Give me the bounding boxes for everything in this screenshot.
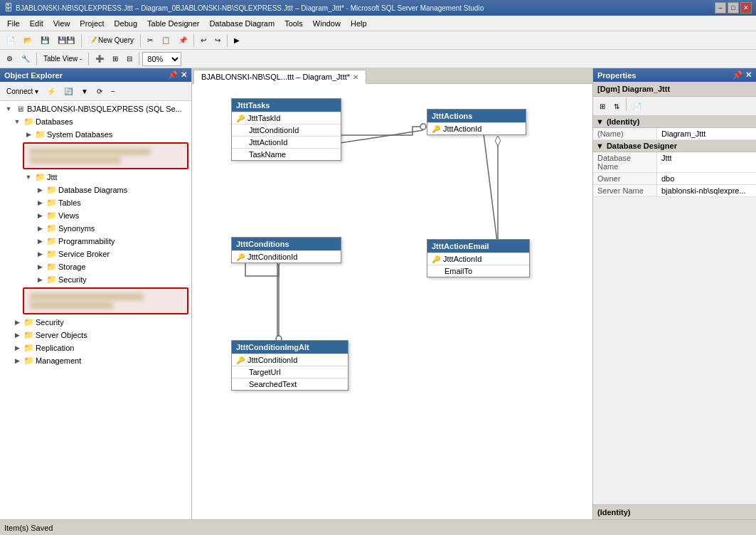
tree-databases[interactable]: ▼ 📁 Databases <box>0 115 191 128</box>
prop-sort-cat[interactable]: ⊞ <box>596 98 609 114</box>
toolbar2-btn2[interactable]: 🔧 <box>18 51 33 67</box>
new-query-button[interactable]: 📝 New Query <box>85 33 137 48</box>
undo-button[interactable]: ↩ <box>197 33 210 48</box>
add-table-button[interactable]: ➕ <box>92 51 107 67</box>
field-label: JtttActionId <box>443 125 481 133</box>
table-jttt-condition-img-alt[interactable]: JtttConditionImgAlt 🔑 JtttConditionId Ta… <box>231 340 348 391</box>
execute-button[interactable]: ▶ <box>230 33 243 48</box>
tree-views[interactable]: ▶ 📁 Views <box>0 209 191 222</box>
expand-sb[interactable]: ▶ <box>34 248 46 260</box>
expand-security[interactable]: ▶ <box>11 317 23 328</box>
server-obj-label: Server Objects <box>36 331 87 339</box>
tree-programmability[interactable]: ▶ 📁 Programmability <box>0 235 191 248</box>
tree-system-databases[interactable]: ▶ 📁 System Databases <box>0 128 191 141</box>
menu-project[interactable]: Project <box>75 18 108 29</box>
prop-toolbar: ⊞ ⇅ 📄 <box>593 97 756 116</box>
expand-management[interactable]: ▶ <box>11 355 23 366</box>
tree-replication[interactable]: ▶ 📁 Replication <box>0 341 191 354</box>
new-file-button[interactable]: 📄 <box>3 33 18 48</box>
expand-jttt-sec[interactable]: ▶ <box>34 274 46 285</box>
prop-sep <box>626 98 627 111</box>
expand-databases[interactable]: ▼ <box>11 116 23 127</box>
prop-sort-alpha[interactable]: ⇅ <box>610 98 623 114</box>
table-jttt-actions[interactable]: JtttActions 🔑 JtttActionId <box>427 109 526 135</box>
menu-file[interactable]: File <box>3 18 24 29</box>
oe-close-icon[interactable]: ✕ <box>181 70 187 80</box>
properties-panel: Properties 📌 ✕ [Dgm] Diagram_Jttt ⊞ ⇅ 📄 … <box>592 68 756 519</box>
diagram-area[interactable]: JtttTasks 🔑 JtttTaskId JtttConditionId J… <box>192 84 592 519</box>
field-label: JtttActionId <box>249 138 287 147</box>
minimize-button[interactable]: – <box>715 2 726 14</box>
refresh-button[interactable]: 🔄 <box>60 83 76 99</box>
expand-synonyms[interactable]: ▶ <box>34 223 46 234</box>
connect-button[interactable]: Connect ▾ <box>3 83 42 99</box>
expand-prog[interactable]: ▶ <box>34 235 46 247</box>
tree-service-broker[interactable]: ▶ 📁 Service Broker <box>0 248 191 260</box>
prop-pin-icon[interactable]: 📌 <box>733 70 742 80</box>
menu-view[interactable]: View <box>49 18 75 29</box>
pk-icon-ae: 🔑 <box>432 255 440 263</box>
autosize-button[interactable]: ⊟ <box>123 51 136 67</box>
menu-debug[interactable]: Debug <box>110 18 142 29</box>
field-label: SearchedText <box>249 380 297 388</box>
oe-pin-icon[interactable]: 📌 <box>168 70 178 80</box>
collapse-icon-2[interactable]: ▼ <box>596 142 604 150</box>
title-bar-buttons[interactable]: – □ ✕ <box>715 2 752 14</box>
diagram-tab[interactable]: BJABLONSKI-NB\SQL...ttt – Diagram_Jttt* … <box>193 70 366 84</box>
prop-pages[interactable]: 📄 <box>629 98 645 114</box>
menu-tools[interactable]: Tools <box>280 18 307 29</box>
prop-owner-value: dbo <box>657 173 756 184</box>
tree-synonyms[interactable]: ▶ 📁 Synonyms <box>0 222 191 235</box>
expand-db-diagrams[interactable]: ▶ <box>34 184 46 196</box>
save-button[interactable]: 💾 <box>37 33 53 48</box>
restore-button[interactable]: □ <box>728 2 739 14</box>
object-explorer: Object Explorer 📌 ✕ Connect ▾ ⚡ 🔄 ▼ ⟳ − … <box>0 68 192 519</box>
expand-replication[interactable]: ▶ <box>11 342 23 354</box>
table-jttt-tasks[interactable]: JtttTasks 🔑 JtttTaskId JtttConditionId J… <box>231 98 341 161</box>
table-view-button[interactable]: Table View - <box>40 51 85 67</box>
table-jttt-conditions[interactable]: JtttConditions 🔑 JtttConditionId <box>231 237 341 263</box>
tree-db-diagrams[interactable]: ▶ 📁 Database Diagrams <box>0 184 191 196</box>
tab-close-button[interactable]: ✕ <box>353 73 358 81</box>
prop-object-title: [Dgm] Diagram_Jttt <box>593 82 756 97</box>
expand-storage[interactable]: ▶ <box>34 261 46 272</box>
expand-sys-db[interactable]: ▶ <box>23 129 34 140</box>
zoom-dropdown[interactable]: 25% 50% 75% 80% 100% 150% <box>142 52 181 66</box>
menu-table-designer[interactable]: Table Designer <box>143 18 203 29</box>
tree-jttt-security[interactable]: ▶ 📁 Security <box>0 273 191 286</box>
collapse-icon[interactable]: ▼ <box>596 117 604 126</box>
close-button[interactable]: ✕ <box>740 2 752 14</box>
prop-close-icon[interactable]: ✕ <box>745 70 752 80</box>
menu-help[interactable]: Help <box>346 18 371 29</box>
menu-window[interactable]: Window <box>309 18 345 29</box>
save-all-button[interactable]: 💾💾 <box>54 33 78 48</box>
prop-row-name: (Name) Diagram_Jttt <box>593 128 756 140</box>
tree-server-objects[interactable]: ▶ 📁 Server Objects <box>0 329 191 341</box>
cut-button[interactable]: ✂ <box>144 33 156 48</box>
expand-server[interactable]: ▼ <box>3 103 14 115</box>
tree-jttt[interactable]: ▼ 📁 Jttt <box>0 171 191 184</box>
expand-tables[interactable]: ▶ <box>34 197 46 208</box>
arrange-button[interactable]: ⊞ <box>109 51 122 67</box>
menu-edit[interactable]: Edit <box>26 18 48 29</box>
filter-button[interactable]: ▼ <box>78 83 92 99</box>
table-jttt-action-email[interactable]: JtttActionEmail 🔑 JtttActionId EmailTo <box>427 239 530 277</box>
tree-security[interactable]: ▶ 📁 Security <box>0 316 191 329</box>
menu-database-diagram[interactable]: Database Diagram <box>205 18 279 29</box>
toolbar2-btn1[interactable]: ⚙ <box>3 51 16 67</box>
collapse-button[interactable]: − <box>107 83 119 99</box>
paste-button[interactable]: 📌 <box>175 33 191 48</box>
open-button[interactable]: 📂 <box>20 33 36 48</box>
tree-server[interactable]: ▼ 🖥 BJABLONSKI-NB\SQLEXPRESS (SQL Se... <box>0 102 191 115</box>
disconnect-button[interactable]: ⚡ <box>43 83 59 99</box>
copy-button[interactable]: 📋 <box>158 33 174 48</box>
redo-button[interactable]: ↪ <box>211 33 224 48</box>
expand-jttt[interactable]: ▼ <box>23 171 34 183</box>
jttt-icon: 📁 <box>34 171 46 183</box>
tree-storage[interactable]: ▶ 📁 Storage <box>0 260 191 273</box>
expand-views[interactable]: ▶ <box>34 210 46 221</box>
sync-button[interactable]: ⟳ <box>93 83 106 99</box>
expand-server-obj[interactable]: ▶ <box>11 329 23 341</box>
tree-tables[interactable]: ▶ 📁 Tables <box>0 196 191 209</box>
tree-management[interactable]: ▶ 📁 Management <box>0 354 191 367</box>
